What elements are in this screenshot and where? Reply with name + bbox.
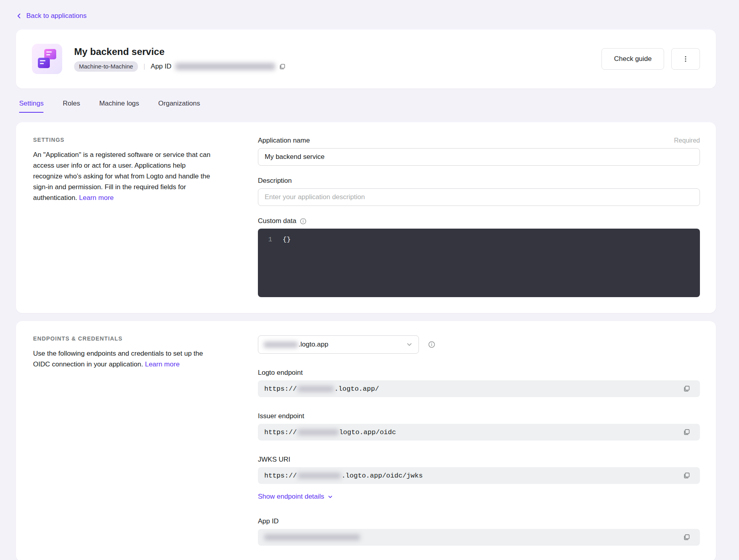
settings-section-description: An "Application" is a registered softwar… <box>33 149 216 203</box>
domain-info-button[interactable] <box>428 341 436 349</box>
back-link-label: Back to applications <box>26 12 86 20</box>
code-line: 1 {} <box>266 235 700 245</box>
jwks-uri-group: JWKS URI https://.logto.app/oidc/jwks <box>258 456 700 484</box>
copy-icon <box>279 63 286 70</box>
application-detail-page: Back to applications <box>0 0 739 560</box>
issuer-endpoint-field: https://logto.app/oidc <box>258 424 700 441</box>
application-header-text: My backend service Machine-to-Machine | … <box>74 46 287 72</box>
jwks-uri-value: https://.logto.app/oidc/jwks <box>264 472 423 480</box>
page-title: My backend service <box>74 46 287 57</box>
tenant-id-redacted <box>264 342 298 348</box>
description-label: Description <box>258 177 292 185</box>
show-endpoint-details-link[interactable]: Show endpoint details <box>258 493 333 501</box>
required-hint: Required <box>674 137 700 144</box>
custom-data-editor[interactable]: 1 {} <box>258 229 700 297</box>
header-actions: Check guide <box>601 48 700 70</box>
url-prefix: https:// <box>264 385 297 393</box>
url-suffix: .logto.app/oidc/jwks <box>342 472 423 480</box>
tab-organizations[interactable]: Organizations <box>158 100 200 113</box>
copy-issuer-endpoint-button[interactable] <box>682 428 691 437</box>
url-prefix: https:// <box>264 429 297 436</box>
back-to-applications-link[interactable]: Back to applications <box>16 12 86 20</box>
tab-machine-logs[interactable]: Machine logs <box>99 100 139 113</box>
application-name-input[interactable] <box>258 148 700 166</box>
endpoints-section-heading: ENDPOINTS & CREDENTIALS <box>33 335 216 342</box>
tenant-domain-select[interactable]: .logto.app <box>258 335 419 354</box>
app-id-label: App ID <box>151 63 171 70</box>
copy-icon <box>683 534 690 541</box>
app-id-group: App ID <box>258 517 700 546</box>
app-id-value-redacted <box>175 63 275 70</box>
app-id-value <box>264 534 360 540</box>
endpoints-section-intro: ENDPOINTS & CREDENTIALS Use the followin… <box>33 335 216 546</box>
kebab-menu-icon <box>682 55 689 63</box>
endpoints-section-description: Use the following endpoints and credenti… <box>33 348 216 370</box>
copy-app-id-button[interactable] <box>278 63 287 71</box>
description-input[interactable] <box>258 188 700 206</box>
redacted-tenant-id <box>298 473 341 479</box>
tenant-domain-suffix: .logto.app <box>299 341 328 349</box>
jwks-uri-label: JWKS URI <box>258 456 290 464</box>
settings-card: SETTINGS An "Application" is a registere… <box>16 122 716 313</box>
app-id-field <box>258 529 700 546</box>
application-name-label: Application name <box>258 137 310 145</box>
chevron-down-icon <box>406 341 413 348</box>
redacted-tenant-id <box>298 429 338 435</box>
endpoints-learn-more-link[interactable]: Learn more <box>145 360 180 368</box>
url-prefix: https:// <box>264 472 297 480</box>
application-type-badge: Machine-to-Machine <box>74 61 138 72</box>
redacted-tenant-id <box>298 386 334 392</box>
application-logo-icon <box>32 44 62 74</box>
show-endpoint-details-label: Show endpoint details <box>258 493 324 501</box>
tab-settings[interactable]: Settings <box>19 100 43 113</box>
logto-endpoint-label: Logto endpoint <box>258 369 303 377</box>
redacted-app-id <box>264 534 360 540</box>
info-icon <box>428 341 436 349</box>
copy-app-id-value-button[interactable] <box>682 533 691 542</box>
app-id-field-label: App ID <box>258 517 279 525</box>
line-number: 1 <box>266 235 272 245</box>
chevron-left-icon <box>16 13 22 19</box>
issuer-endpoint-label: Issuer endpoint <box>258 412 304 420</box>
copy-jwks-uri-button[interactable] <box>682 471 691 480</box>
more-actions-button[interactable] <box>671 48 700 70</box>
tenant-domain-row: .logto.app <box>258 335 700 354</box>
settings-form: Application name Required Description Cu… <box>258 137 700 297</box>
url-suffix: logto.app/oidc <box>339 429 396 436</box>
settings-section-heading: SETTINGS <box>33 137 216 143</box>
application-meta-row: Machine-to-Machine | App ID <box>74 61 287 72</box>
meta-divider: | <box>143 63 145 70</box>
settings-section-intro: SETTINGS An "Application" is a registere… <box>33 137 216 297</box>
copy-logto-endpoint-button[interactable] <box>682 384 691 393</box>
application-header-card: My backend service Machine-to-Machine | … <box>16 29 716 88</box>
chevron-down-icon <box>327 494 333 500</box>
info-icon <box>299 217 307 225</box>
url-suffix: .logto.app/ <box>334 385 379 393</box>
logto-endpoint-value: https://.logto.app/ <box>264 385 379 393</box>
jwks-uri-field: https://.logto.app/oidc/jwks <box>258 467 700 484</box>
application-name-field-group: Application name Required <box>258 137 700 166</box>
copy-icon <box>683 385 690 392</box>
custom-data-info-button[interactable] <box>299 217 307 225</box>
logto-endpoint-group: Logto endpoint https://.logto.app/ <box>258 369 700 397</box>
settings-learn-more-link[interactable]: Learn more <box>79 194 114 202</box>
code-content: {} <box>283 235 291 245</box>
issuer-endpoint-group: Issuer endpoint https://logto.app/oidc <box>258 412 700 441</box>
tab-bar: Settings Roles Machine logs Organization… <box>16 100 716 113</box>
logto-endpoint-field: https://.logto.app/ <box>258 380 700 397</box>
custom-data-label: Custom data <box>258 217 296 225</box>
endpoints-form: .logto.app Logto endpoint https://.logto… <box>258 335 700 546</box>
copy-icon <box>683 429 690 436</box>
description-field-group: Description <box>258 177 700 206</box>
check-guide-button[interactable]: Check guide <box>601 48 664 70</box>
copy-icon <box>683 472 690 479</box>
tab-roles[interactable]: Roles <box>63 100 80 113</box>
issuer-endpoint-value: https://logto.app/oidc <box>264 429 396 436</box>
endpoints-card: ENDPOINTS & CREDENTIALS Use the followin… <box>16 321 716 560</box>
custom-data-field-group: Custom data 1 {} <box>258 217 700 297</box>
settings-description-text: An "Application" is a registered softwar… <box>33 151 210 202</box>
